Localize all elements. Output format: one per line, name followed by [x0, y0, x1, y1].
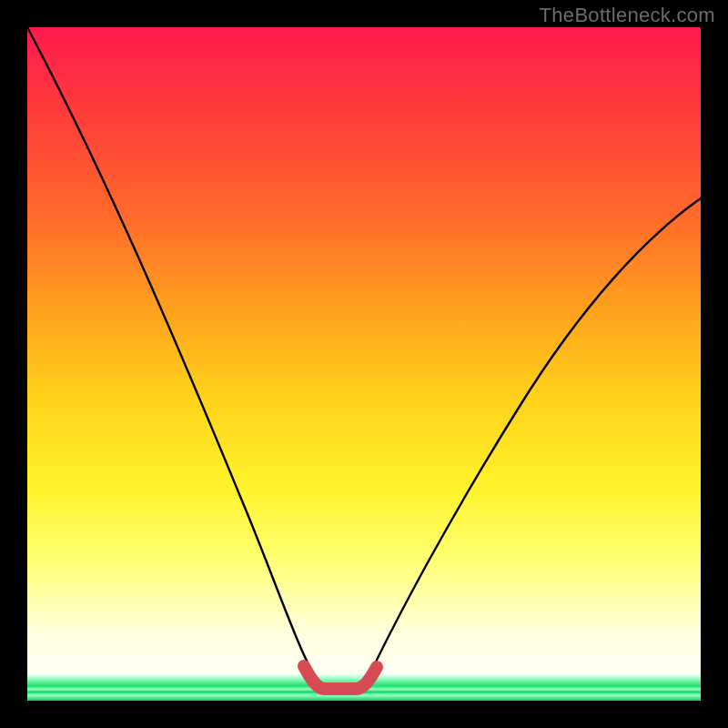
sweet-spot-highlight: [304, 666, 377, 689]
bottleneck-curve: [27, 27, 701, 690]
watermark-text: TheBottleneck.com: [540, 4, 715, 27]
curve-layer: [27, 27, 701, 701]
chart-frame: TheBottleneck.com: [0, 0, 728, 728]
plot-area: [27, 27, 701, 701]
